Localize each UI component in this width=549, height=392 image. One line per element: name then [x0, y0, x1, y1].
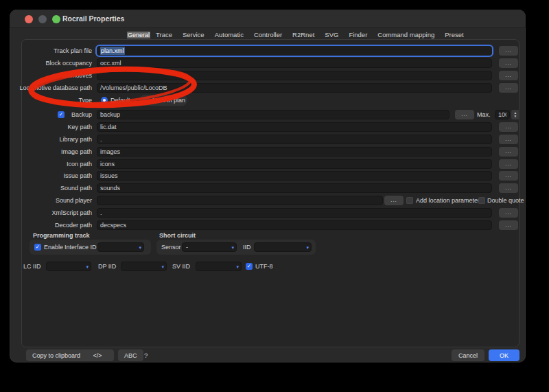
add-location-parameter-label: Add location parameter	[416, 197, 480, 204]
backup-path-input[interactable]	[97, 110, 449, 119]
dp-iid-combo[interactable]: ▾	[121, 262, 167, 271]
sensor-label: Sensor	[161, 244, 181, 251]
code-button[interactable]: </>	[81, 349, 114, 361]
loco-db-path-row: Locomotive database path ...	[22, 82, 519, 93]
browse-button[interactable]: ...	[499, 220, 518, 230]
browse-button[interactable]: ...	[499, 83, 518, 93]
type-in-plan-radio[interactable]	[143, 97, 150, 104]
chevron-down-icon: ▾	[161, 264, 164, 269]
browse-button[interactable]: ...	[499, 208, 518, 218]
block-occupancy-label: Block occupancy	[45, 60, 92, 67]
type-default-radio[interactable]	[101, 97, 108, 104]
issue-path-row: Issue path ...	[22, 170, 519, 181]
browse-button[interactable]: ...	[499, 46, 518, 56]
key-path-input[interactable]	[97, 122, 492, 132]
abc-button[interactable]: ABC	[118, 349, 143, 361]
decoder-path-label: Decoder path	[55, 222, 92, 229]
browse-button[interactable]: ...	[499, 135, 518, 144]
backup-max-stepper[interactable]: ▴▾	[511, 110, 519, 119]
xmlscript-path-row: XmlScript path ...	[22, 207, 519, 218]
icon-path-row: Icon path ...	[22, 159, 519, 170]
type-label: Type	[78, 97, 92, 104]
add-location-parameter-checkbox[interactable]	[406, 197, 413, 204]
zoom-button[interactable]	[52, 15, 60, 23]
decoder-path-input[interactable]	[97, 220, 492, 230]
issue-path-input[interactable]	[97, 171, 492, 181]
tab-trace[interactable]: Trace	[151, 30, 177, 40]
browse-button[interactable]: ...	[499, 159, 518, 169]
sound-path-row: Sound path ...	[22, 183, 519, 194]
browse-button[interactable]: ...	[499, 183, 518, 193]
tab-finder[interactable]: Finder	[344, 30, 372, 40]
key-path-label: Key path	[67, 124, 92, 130]
locomotives-label: Locomotives	[57, 72, 92, 79]
window-title: Rocrail Properties	[62, 10, 124, 27]
image-path-input[interactable]	[97, 147, 492, 157]
browse-button[interactable]: ...	[499, 71, 518, 80]
issue-path-label: Issue path	[63, 172, 92, 179]
tab-automatic[interactable]: Automatic	[210, 30, 248, 40]
tab-r2rnet[interactable]: R2Rnet	[288, 30, 319, 40]
icon-path-input[interactable]	[97, 159, 492, 169]
stepper-down-icon: ▾	[515, 115, 517, 118]
sound-player-row: Sound player ... Add location parameter …	[22, 195, 519, 206]
minimize-button[interactable]	[38, 15, 47, 23]
short-circuit-row: Sensor -▾ IID ▾	[22, 242, 519, 252]
double-quote-checkbox[interactable]	[478, 197, 485, 204]
cancel-button[interactable]: Cancel	[452, 349, 484, 361]
key-path-row: Key path ...	[22, 122, 519, 132]
type-row: Type Default Locs in plan	[22, 95, 519, 106]
tab-service[interactable]: Service	[178, 30, 209, 40]
xmlscript-path-input[interactable]	[97, 208, 492, 218]
tab-general[interactable]: General	[127, 32, 150, 38]
track-plan-file-input[interactable]: plan.xml	[97, 46, 492, 56]
backup-checkbox[interactable]: ✓	[58, 111, 65, 118]
check-icon: ✓	[59, 112, 63, 117]
block-occupancy-input[interactable]	[97, 58, 492, 68]
library-path-input[interactable]	[97, 135, 492, 144]
sound-path-input[interactable]	[97, 183, 492, 193]
utf8-checkbox[interactable]: ✓	[246, 263, 253, 270]
library-path-row: Library path ...	[22, 134, 519, 145]
chevron-down-icon: ▾	[86, 264, 89, 269]
check-icon: ✓	[247, 264, 251, 269]
sv-iid-label: SV IID	[172, 263, 190, 270]
chevron-down-icon: ▾	[236, 264, 239, 269]
lc-iid-label: LC IID	[23, 263, 41, 270]
sv-iid-combo[interactable]: ▾	[196, 262, 242, 271]
tab-command-mapping[interactable]: Command mapping	[373, 30, 439, 40]
selected-text: plan.xml	[100, 47, 125, 55]
tab-svg[interactable]: SVG	[320, 30, 343, 40]
backup-max-input[interactable]	[495, 110, 510, 119]
loco-db-path-label: Locomotive database path	[19, 84, 92, 91]
browse-button[interactable]: ...	[499, 58, 518, 68]
sound-player-input[interactable]	[97, 196, 383, 205]
close-button[interactable]	[25, 15, 33, 23]
radio-dot	[103, 99, 106, 102]
double-quote-label: Double quote	[487, 197, 524, 204]
lc-iid-combo[interactable]: ▾	[46, 262, 91, 271]
browse-button[interactable]: ...	[384, 196, 404, 205]
type-in-plan-label: Locs in plan	[152, 97, 185, 104]
backup-row: ✓ Backup ... Max. ▴▾	[22, 109, 519, 120]
chevron-down-icon: ▾	[306, 245, 309, 250]
ok-button[interactable]: OK	[489, 349, 519, 361]
type-in-plan-option[interactable]: Locs in plan	[139, 95, 187, 106]
tab-bar: General Trace Service Automatic Controll…	[127, 30, 469, 40]
short-circuit-iid-combo[interactable]: ▾	[254, 242, 312, 252]
tab-controller[interactable]: Controller	[249, 30, 287, 40]
help-button[interactable]: ?	[144, 349, 148, 361]
decoder-path-row: Decoder path ...	[22, 220, 519, 231]
copy-to-clipboard-button[interactable]: Copy to clipboard	[26, 349, 86, 361]
sensor-combo[interactable]: -▾	[182, 242, 237, 252]
browse-button[interactable]: ...	[499, 171, 518, 181]
sound-player-label: Sound player	[56, 197, 92, 204]
locomotives-input[interactable]	[97, 71, 492, 80]
type-default-label: Default	[110, 97, 130, 104]
chevron-down-icon: ▾	[231, 245, 234, 250]
browse-button[interactable]: ...	[499, 147, 518, 157]
browse-button[interactable]: ...	[455, 110, 474, 119]
browse-button[interactable]: ...	[499, 122, 518, 132]
tab-preset[interactable]: Preset	[440, 30, 468, 40]
loco-db-path-input[interactable]	[97, 83, 492, 93]
